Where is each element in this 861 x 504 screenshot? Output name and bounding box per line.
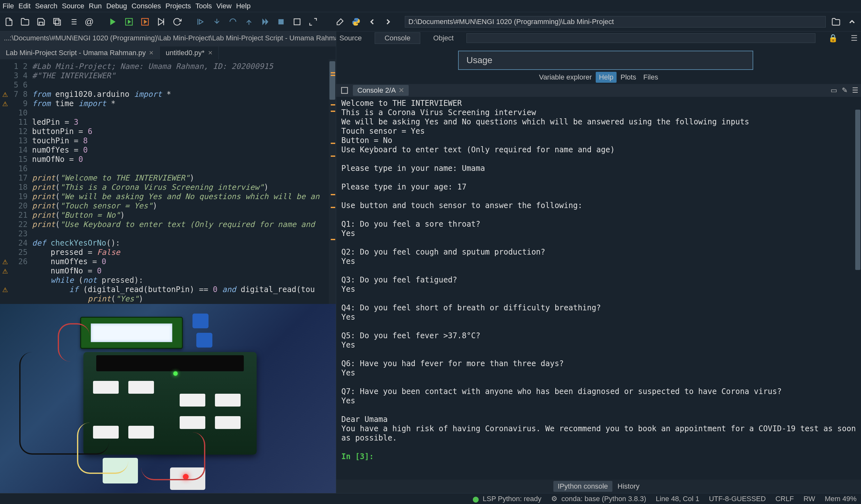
code-editor[interactable]: ⚠⚠⚠⚠⚠ 1 2 3 4 5 6 7 8 9 10 11 12 13 14 1… (0, 59, 336, 304)
menu-consoles[interactable]: Consoles (132, 2, 161, 10)
debug-continue-icon[interactable] (259, 16, 271, 28)
console-tabbar: Console 2/A ✕ ▭ ✎ ☰ (336, 84, 861, 97)
console-output[interactable]: Welcome to THE INTERVIEWER This is a Cor… (336, 97, 861, 480)
source-label: Source (339, 34, 362, 42)
browse-tabs-icon[interactable] (339, 85, 350, 96)
svg-marker-15 (262, 18, 265, 25)
svg-marker-5 (110, 18, 115, 25)
run-cell-advance-icon[interactable] (139, 16, 151, 28)
tab-variable-explorer[interactable]: Variable explorer (536, 72, 595, 83)
list-icon[interactable] (67, 16, 79, 28)
debug-step-into-icon[interactable] (211, 16, 223, 28)
main-toolbar: @ (0, 12, 861, 31)
debug-step-icon[interactable] (195, 16, 207, 28)
tab-files[interactable]: Files (640, 72, 661, 83)
warning-icon[interactable]: ⚠ (2, 286, 8, 294)
warning-icon[interactable]: ⚠ (2, 100, 8, 108)
run-cell-icon[interactable] (123, 16, 135, 28)
svg-rect-18 (294, 18, 300, 25)
console-tab[interactable]: Console 2/A ✕ (353, 85, 409, 96)
lock-icon[interactable]: 🔒 (828, 34, 838, 43)
close-console-icon[interactable]: ✕ (398, 86, 404, 95)
menu-edit[interactable]: Edit (18, 2, 30, 10)
tab-plots[interactable]: Plots (617, 72, 639, 83)
help-header: Source Console Object 🔒 ☰ (336, 31, 861, 45)
object-label: Object (433, 34, 454, 42)
menu-help[interactable]: Help (236, 2, 250, 10)
status-encoding[interactable]: UTF-8-GUESSED (709, 495, 766, 503)
browse-dir-icon[interactable] (830, 16, 842, 28)
interrupt-icon[interactable]: ✎ (842, 86, 848, 95)
run-icon[interactable] (107, 16, 119, 28)
debug-file-icon[interactable] (291, 16, 303, 28)
warning-icon[interactable]: ⚠ (2, 267, 8, 275)
at-icon[interactable]: @ (83, 16, 95, 28)
statusbar: ⬤ LSP Python: ready ⚙ conda: base (Pytho… (0, 493, 861, 504)
breadcrumb-text: ...:\Documents\#MUN\ENGI 1020 (Programmi… (4, 34, 336, 44)
status-cursor-pos: Line 48, Col 1 (656, 495, 699, 503)
svg-marker-10 (159, 18, 164, 25)
editor-tab[interactable]: Lab Mini-Project Script - Umama Rahman.p… (0, 46, 160, 59)
status-eol[interactable]: CRLF (775, 495, 794, 503)
status-lsp[interactable]: ⬤ LSP Python: ready (473, 495, 542, 503)
tab-ipython-console[interactable]: IPython console (554, 481, 613, 492)
save-all-icon[interactable] (51, 16, 63, 28)
menu-debug[interactable]: Debug (106, 2, 127, 10)
close-tab-icon[interactable]: ✕ (149, 50, 154, 56)
svg-marker-16 (265, 18, 268, 25)
new-file-icon[interactable] (3, 16, 15, 28)
python-icon[interactable] (350, 16, 362, 28)
status-rw: RW (804, 495, 815, 503)
maximize-icon[interactable] (307, 16, 319, 28)
run-selection-icon[interactable] (155, 16, 167, 28)
svg-rect-17 (278, 19, 284, 24)
code-content[interactable]: #Lab Mini-Project; Name: Umama Rahman, I… (32, 59, 329, 304)
console-dropdown[interactable]: Console (375, 32, 421, 44)
forward-icon[interactable] (382, 16, 394, 28)
tab-history[interactable]: History (613, 481, 644, 492)
remove-plots-icon[interactable]: ▭ (831, 86, 837, 95)
menu-source[interactable]: Source (62, 2, 84, 10)
menu-search[interactable]: Search (35, 2, 57, 10)
console-tab-label: Console 2/A (357, 86, 396, 95)
hardware-photo (0, 304, 336, 493)
warning-icon[interactable]: ⚠ (2, 91, 8, 98)
menu-view[interactable]: View (217, 2, 232, 10)
line-gutter: 1 2 3 4 5 6 7 8 9 10 11 12 13 14 15 16 1… (10, 59, 32, 304)
tab-help[interactable]: Help (596, 72, 617, 83)
back-icon[interactable] (366, 16, 378, 28)
status-mem: Mem 49% (825, 495, 857, 503)
svg-rect-1 (55, 20, 60, 25)
svg-marker-12 (199, 19, 203, 24)
editor-panel: ...:\Documents\#MUN\ENGI 1020 (Programmi… (0, 31, 336, 493)
restart-icon[interactable] (171, 16, 183, 28)
open-file-icon[interactable] (19, 16, 31, 28)
menu-file[interactable]: File (3, 2, 14, 10)
debug-step-over-icon[interactable] (227, 16, 239, 28)
parent-dir-icon[interactable] (846, 16, 858, 28)
console-options-icon[interactable]: ☰ (852, 86, 858, 95)
menu-projects[interactable]: Projects (165, 2, 191, 10)
help-options-icon[interactable]: ☰ (851, 34, 858, 43)
console-scrollbar[interactable] (855, 110, 860, 270)
editor-scrollbar[interactable] (329, 59, 336, 304)
save-icon[interactable] (35, 16, 47, 28)
close-tab-icon[interactable]: ✕ (208, 50, 213, 56)
warning-icon[interactable]: ⚠ (2, 258, 8, 266)
working-dir-input[interactable] (405, 16, 826, 28)
svg-rect-0 (54, 18, 59, 24)
svg-rect-19 (342, 87, 348, 94)
svg-marker-9 (145, 20, 147, 23)
status-conda[interactable]: ⚙ conda: base (Python 3.8.3) (551, 495, 646, 503)
debug-step-out-icon[interactable] (243, 16, 255, 28)
menu-run[interactable]: Run (89, 2, 102, 10)
svg-marker-7 (128, 20, 131, 23)
editor-tab[interactable]: untitled0.py*✕ (160, 46, 218, 59)
menu-tools[interactable]: Tools (195, 2, 212, 10)
preferences-icon[interactable] (334, 16, 346, 28)
help-pane-tabs: Variable explorer Help Plots Files (336, 72, 861, 83)
editor-tabs: Lab Mini-Project Script - Umama Rahman.p… (0, 46, 336, 59)
object-input[interactable] (466, 33, 816, 43)
stop-icon[interactable] (275, 16, 287, 28)
file-breadcrumb: ...:\Documents\#MUN\ENGI 1020 (Programmi… (0, 31, 336, 46)
